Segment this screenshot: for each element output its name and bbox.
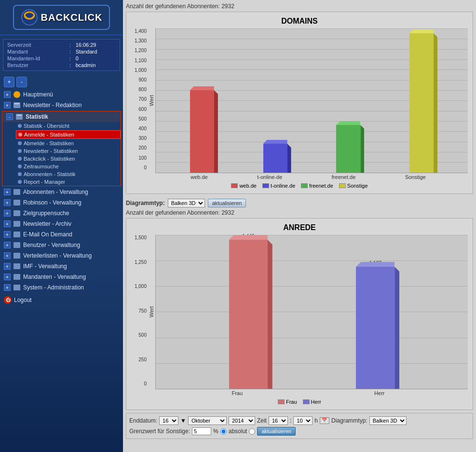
zielgruppe-icon xyxy=(13,209,21,217)
nav-system-label: System - Administration xyxy=(23,284,84,291)
nav-hauptmenu-label: Hauptmenü xyxy=(23,91,53,98)
diagrammtyp-select-1[interactable]: Balken 3D Balken Linie Kreis xyxy=(168,199,205,207)
nav-benutzer-label: Benutzer - Verwaltung xyxy=(23,242,80,248)
svg-rect-8 xyxy=(14,200,20,205)
bar-sonstige-side xyxy=(434,33,437,173)
expand-imf[interactable]: + xyxy=(4,263,11,270)
day-select[interactable]: 16 xyxy=(159,416,178,425)
backclick-logo-icon xyxy=(21,9,38,26)
bar-herr-side xyxy=(394,267,399,389)
sub-abonnenten-statistik[interactable]: Abonnenten - Statistik xyxy=(16,170,121,178)
expand-icon-btn[interactable]: + xyxy=(4,77,14,87)
domains-y-axis: 1,4001,3001,2001,1001,000 90080070060050… xyxy=(131,28,147,180)
bar-tonline-top xyxy=(263,140,287,144)
diagrammtyp-select-2[interactable]: Balken 3D Balken Linie Kreis xyxy=(369,416,407,425)
expand-system[interactable]: + xyxy=(4,284,11,291)
mandanten-id-label: Mandanten-Id xyxy=(6,55,68,62)
benutzer-icon xyxy=(13,241,21,249)
absolut-radio[interactable] xyxy=(249,428,255,435)
domains-chart-grid xyxy=(155,28,468,173)
domains-chart-container: DOMAINS 1,4001,3001,2001,1001,000 900800… xyxy=(126,12,473,194)
bar-frau: 1,448 xyxy=(229,233,268,389)
nav-newsletter-redaktion[interactable]: + Newsletter - Redaktion xyxy=(0,100,123,110)
nav-mandanten-verwaltung[interactable]: + Mandanten - Verwaltung xyxy=(0,272,123,282)
expand-newsletter-redaktion[interactable]: + xyxy=(4,102,11,109)
anrede-y-axis: 1,5001,2501,0007505002500 xyxy=(131,235,147,396)
expand-benutzer[interactable]: + xyxy=(4,242,11,248)
bar-freenet-side xyxy=(360,125,364,173)
nav-abonnenten-verwaltung[interactable]: + Abonnenten - Verwaltung xyxy=(0,187,123,197)
benutzer-label: Benutzer xyxy=(6,62,68,68)
expand-mandanten[interactable]: + xyxy=(4,274,11,280)
legend-freenet: freenet.de xyxy=(301,183,333,189)
nav-email-on-demand[interactable]: + E-Mail On Demand xyxy=(0,229,123,240)
sub-report-manager[interactable]: Report - Manager xyxy=(16,178,121,186)
nav-newsletter-archiv-label: Newsletter - Archiv xyxy=(23,220,71,227)
found-subscribers-header-1: Anzahl der gefundenen Abonnenten: 2932 xyxy=(126,3,473,10)
dot-icon xyxy=(18,141,22,145)
calendar-icon[interactable]: 📅 xyxy=(320,417,329,424)
nav-robinson-verwaltung[interactable]: + Robinson - Verwaltung xyxy=(0,197,123,208)
legend-webde-color xyxy=(231,183,238,188)
nav-newsletter-archiv[interactable]: + Newsletter - Archiv xyxy=(0,219,123,229)
svg-rect-16 xyxy=(14,285,20,290)
year-select[interactable]: 2014 xyxy=(229,416,255,425)
expand-verteilerlisten[interactable]: + xyxy=(4,252,11,259)
serverzeit-value: 16:06:29 xyxy=(75,41,117,48)
aktualisieren-btn-2[interactable]: aktualisieren xyxy=(257,427,296,436)
anrede-chart-grid: 1,448 1,187 xyxy=(155,235,468,389)
legend-webde: web.de xyxy=(231,183,256,189)
bar-tonline xyxy=(263,144,287,173)
dot-icon xyxy=(18,164,22,168)
bar-freenet xyxy=(336,125,360,173)
nav-zielgruppensuche[interactable]: + Zielgruppensuche xyxy=(0,208,123,219)
bar-freenet-top xyxy=(336,121,360,125)
collapse-icon-btn[interactable]: - xyxy=(16,77,27,87)
nav-statistik[interactable]: - Statistik xyxy=(2,111,121,122)
benutzer-value: bcadmin xyxy=(75,62,117,68)
expand-hauptmenu[interactable]: + xyxy=(4,91,11,98)
domains-legend: web.de t-online.de freenet.de Sonstige xyxy=(131,183,468,189)
svg-rect-6 xyxy=(17,115,22,116)
svg-rect-3 xyxy=(14,102,20,108)
nav-benutzer-verwaltung[interactable]: + Benutzer - Verwaltung xyxy=(0,240,123,250)
nav-imf-verwaltung[interactable]: + IMF - Verwaltung xyxy=(0,261,123,272)
svg-rect-10 xyxy=(14,221,20,227)
nav-system-administration[interactable]: + System - Administration xyxy=(0,282,123,293)
nav-verteilerlisten[interactable]: + Verteilerlisten - Verwaltung xyxy=(0,250,123,261)
sub-zeitraumsuche[interactable]: Zeitraumsuche xyxy=(16,163,121,170)
sub-backclick-statistiken[interactable]: Backclick - Statistiken xyxy=(16,155,121,163)
sub-newsletter-statistiken[interactable]: Newsletter - Statistiken xyxy=(16,147,121,155)
collapse-statistik[interactable]: - xyxy=(6,113,13,120)
expand-email-demand[interactable]: + xyxy=(4,231,11,238)
percent-radio[interactable] xyxy=(220,428,227,435)
expand-newsletter-archiv[interactable]: + xyxy=(4,220,11,227)
found-subscribers-header-2: Anzahl der gefundenen Abonnenten: 2932 xyxy=(126,209,473,216)
home-icon xyxy=(13,91,21,98)
aktualisieren-btn-1[interactable]: aktualisieren xyxy=(208,199,246,207)
grenzwert-input[interactable] xyxy=(192,427,211,435)
expand-abonnenten[interactable]: + xyxy=(4,189,11,195)
bar-webde xyxy=(190,90,214,173)
minute-select[interactable]: 10 xyxy=(293,416,313,425)
logo-text: BACKCLICK xyxy=(41,12,103,23)
archiv-icon xyxy=(13,220,21,228)
sub-statistik-ubersicht[interactable]: Statistik - Übersicht xyxy=(16,122,121,130)
hour-select[interactable]: 16 xyxy=(269,416,288,425)
nav-hauptmenu[interactable]: + Hauptmenü xyxy=(0,89,123,100)
legend-sonstige: Sonstige xyxy=(339,183,368,189)
expand-zielgruppe[interactable]: + xyxy=(4,210,11,217)
expand-robinson[interactable]: + xyxy=(4,199,11,206)
bar-herr: 1,187 xyxy=(356,260,394,389)
logout-item[interactable]: ⏻ Logout xyxy=(0,295,123,305)
imf-icon xyxy=(13,262,21,270)
sub-abmelde-statistiken[interactable]: Abmelde - Statistiken xyxy=(16,139,121,147)
bar-webde-side xyxy=(214,90,218,173)
legend-sonstige-color xyxy=(339,183,346,188)
bar-webde-top xyxy=(190,86,214,90)
legend-freenet-color xyxy=(301,183,308,188)
legend-tonline-color xyxy=(262,183,269,188)
sub-anmelde-statistiken[interactable]: Anmelde - Statistiken xyxy=(16,130,121,139)
logout-icon: ⏻ xyxy=(4,296,12,304)
month-select[interactable]: Oktober JanuarFebruarMärz AprilMaiJuni J… xyxy=(188,416,227,425)
